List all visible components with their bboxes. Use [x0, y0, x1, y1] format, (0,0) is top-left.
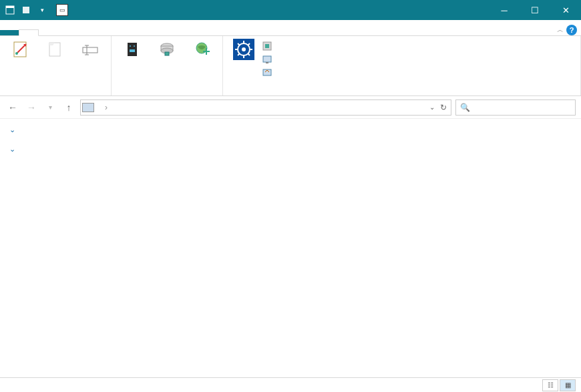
svg-rect-13: [130, 49, 135, 52]
group-label-system: [227, 93, 576, 94]
view-icons-button[interactable]: ▦: [560, 379, 576, 391]
title-bar: ▾ ▭ ─ ☐ ✕: [0, 0, 581, 20]
svg-rect-35: [266, 62, 268, 63]
tab-file[interactable]: [0, 30, 19, 35]
group-label-location: [4, 93, 107, 94]
qat-properties-icon[interactable]: [19, 3, 33, 17]
address-icon: [82, 103, 94, 112]
add-location-icon: [191, 39, 212, 60]
open-button[interactable]: [39, 37, 72, 63]
chevron-down-icon: ⌄: [9, 145, 15, 154]
properties-button[interactable]: [4, 37, 37, 63]
content-area: ⌄ ⌄: [0, 119, 581, 377]
settings-icon: [233, 39, 254, 60]
nav-recent-dropdown[interactable]: ▾: [43, 100, 57, 115]
manage-icon: [262, 67, 272, 78]
media-access-button[interactable]: [116, 37, 149, 63]
open-settings-button[interactable]: [227, 37, 260, 63]
group-label-network: [116, 93, 218, 94]
add-location-button[interactable]: [185, 37, 218, 63]
svg-rect-34: [263, 56, 271, 62]
search-input[interactable]: 🔍: [455, 100, 576, 116]
help-icon[interactable]: ?: [566, 25, 577, 35]
chevron-down-icon: ⌄: [9, 126, 15, 134]
sysprops-icon: [262, 54, 272, 65]
tab-view[interactable]: [39, 30, 57, 35]
status-bar: ☷ ▦: [0, 377, 581, 392]
qat-back-icon[interactable]: [3, 3, 17, 17]
view-details-button[interactable]: ☷: [542, 379, 558, 391]
svg-point-23: [242, 47, 246, 51]
address-bar[interactable]: › ⌄ ↻: [80, 100, 451, 116]
rename-icon: [79, 39, 101, 60]
ribbon-tabstrip: ︿ ?: [0, 20, 581, 36]
qat-dropdown-icon[interactable]: ▾: [35, 3, 49, 17]
map-drive-button[interactable]: [150, 37, 184, 63]
svg-rect-6: [83, 47, 98, 53]
svg-rect-17: [165, 52, 169, 55]
nav-forward-button[interactable]: →: [24, 100, 39, 115]
svg-rect-1: [6, 6, 14, 8]
media-icon: [122, 39, 143, 60]
folders-section-header[interactable]: ⌄: [9, 126, 572, 134]
collapse-ribbon-icon[interactable]: ︿: [557, 25, 564, 35]
window-icon: ▭: [56, 4, 68, 16]
address-dropdown-icon[interactable]: ⌄: [429, 104, 435, 111]
svg-point-12: [134, 45, 135, 47]
maximize-button[interactable]: ☐: [520, 0, 550, 20]
map-drive-icon: [156, 39, 178, 60]
refresh-icon[interactable]: ↻: [440, 103, 447, 112]
open-icon: [45, 39, 66, 60]
uninstall-icon: [262, 41, 272, 51]
navigation-bar: ← → ▾ ↑ › ⌄ ↻ 🔍: [0, 96, 581, 119]
close-button[interactable]: ✕: [550, 0, 581, 20]
svg-point-11: [130, 45, 131, 47]
system-properties-button[interactable]: [262, 53, 275, 65]
nav-back-button[interactable]: ←: [5, 100, 20, 115]
uninstall-button[interactable]: [262, 40, 275, 52]
properties-icon: [10, 39, 31, 60]
svg-rect-20: [206, 48, 207, 55]
svg-point-4: [15, 52, 18, 55]
manage-button[interactable]: [262, 67, 275, 79]
tab-computer[interactable]: [19, 29, 39, 36]
minimize-button[interactable]: ─: [489, 0, 520, 20]
breadcrumb-chevron-icon[interactable]: ›: [105, 103, 108, 112]
svg-rect-33: [265, 44, 269, 48]
svg-rect-2: [23, 7, 29, 13]
nav-up-button[interactable]: ↑: [61, 100, 76, 115]
drives-section-header[interactable]: ⌄: [9, 145, 572, 154]
ribbon: [0, 36, 581, 96]
rename-button[interactable]: [73, 37, 107, 63]
search-icon: 🔍: [460, 103, 470, 112]
